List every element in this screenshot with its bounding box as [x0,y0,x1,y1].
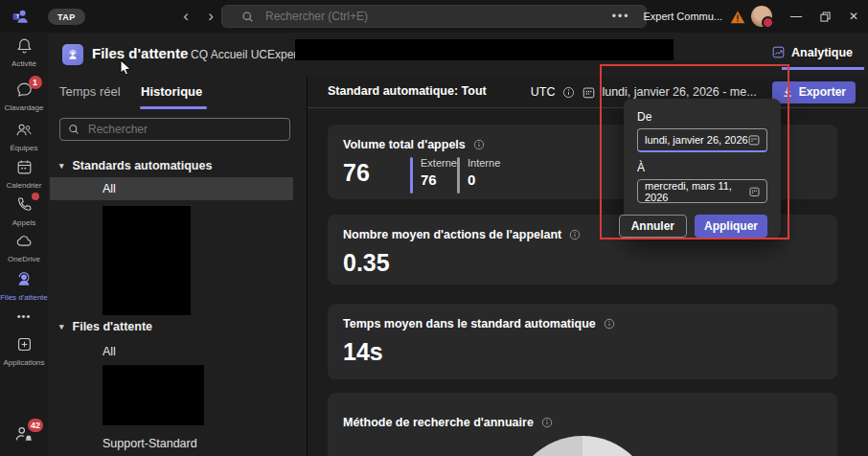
panel-search[interactable] [59,118,290,141]
people-icon [14,121,34,139]
kpi-card-search-method: Méthode de recherche d'annuaire [328,393,837,456]
calls-dot-badge [32,193,39,200]
calendar-icon [15,158,34,176]
info-icon[interactable] [604,318,615,330]
internal-bar [457,157,460,194]
chat-badge: 1 [29,76,42,89]
tree-item[interactable]: All [50,340,293,363]
kpi-value: 0.35 [343,249,822,277]
breakdown-external: Externe 76 [410,157,457,194]
tap-badge[interactable]: TAP [48,9,85,25]
analytics-main: Standard automatique: Tout UTC lundi, ja… [307,76,868,456]
tab-realtime[interactable]: Temps réel [59,84,121,99]
rail-item-calls[interactable]: Appels [0,195,48,227]
app-rail: Activité 1 Clavardage Équipes [0,33,48,456]
timezone-label: UTC [531,85,556,99]
restore-button[interactable] [811,0,839,33]
call-queues-icon [14,269,34,288]
back-arrow-icon[interactable]: ‹ [175,5,196,28]
search-icon [241,11,254,23]
call-queues-app-icon [62,44,83,65]
rail-item-call-queues[interactable]: Files d'attente [0,269,48,302]
tree-group-auto-attendants[interactable]: ▾ Standards automatiques [59,159,212,172]
to-label: À [637,161,767,174]
svg-text:T: T [16,13,20,19]
rail-item-calendar[interactable]: Calendrier [0,158,48,190]
global-search[interactable] [221,5,647,28]
rail-item-apps[interactable]: Applications [0,335,48,367]
tree-group-call-queues[interactable]: ▾ Files d'attente [59,320,152,333]
date-range-picker[interactable]: lundi, janvier 26, 2026 - me... [582,85,756,99]
cloud-icon [14,233,34,250]
download-icon [782,86,793,98]
chevron-down-icon: ▾ [59,161,64,171]
tree-item[interactable]: Support-Standard [50,432,293,455]
avatar[interactable] [751,6,772,27]
teams-logo-icon: T [11,8,29,25]
date-range-dialog: De lundi, janvier 26, 2026 À mercredi, m… [624,99,781,239]
export-button[interactable]: Exporter [772,81,856,103]
forward-arrow-icon[interactable]: › [200,5,221,28]
redaction-block [295,39,674,60]
tree-item[interactable]: All [50,177,293,200]
kpi-card-avg-time: Temps moyen dans le standard automatique… [328,304,837,379]
bell-icon [15,36,34,55]
redaction-block [103,365,204,425]
account-name[interactable]: Expert Commu... [643,11,722,22]
warning-icon[interactable] [730,10,745,24]
tab-history[interactable]: Historique [141,84,202,99]
from-date-input[interactable]: lundi, janvier 26, 2026 [637,128,767,152]
notifications-badge: 42 [28,419,43,432]
teams-window: T TAP ‹ › ••• Expert Commu... — [0,0,868,456]
analytics-chart-icon [771,45,786,59]
calendar-icon[interactable] [749,186,760,197]
redaction-block [103,206,191,315]
panel-search-input[interactable] [86,122,268,137]
chevron-down-icon: ▾ [59,322,64,331]
page-header: Files d'attente CQ Accueil UCExpert Anal… [48,33,868,76]
to-date-input[interactable]: mercredi, mars 11, 2026 [637,179,767,203]
rail-item-onedrive[interactable]: OneDrive [0,233,48,263]
from-label: De [637,110,767,124]
rail-item-activity[interactable]: Activité [0,36,48,68]
breakdown-internal: Interne 0 [457,157,500,194]
queues-side-panel: Temps réel Historique ▾ Standards automa… [48,76,307,456]
kpi-value: 14s [343,338,822,366]
rail-item-notifications[interactable]: 42 [0,423,48,448]
external-bar [410,157,413,194]
tab-analytics[interactable]: Analytique [771,45,853,59]
info-icon[interactable] [473,139,485,150]
date-range-text: lundi, janvier 26, 2026 - me... [602,85,756,99]
donut-chart [511,436,654,456]
minimize-button[interactable]: — [782,0,811,33]
title-bar: T TAP ‹ › ••• Expert Commu... — [0,0,868,33]
global-search-input[interactable] [263,9,570,24]
cancel-button[interactable]: Annuler [619,215,687,238]
info-icon[interactable] [569,229,581,240]
calendar-icon [582,86,595,99]
restore-icon [820,11,831,22]
info-icon[interactable] [541,417,553,428]
analytics-toolbar: Standard automatique: Tout UTC lundi, ja… [308,76,868,108]
apply-button[interactable]: Appliquer [695,215,767,238]
info-icon[interactable] [562,86,575,99]
page-title: Files d'attente [92,45,188,61]
apps-icon [15,335,34,353]
close-button[interactable]: ✕ [839,0,868,33]
history-tab-indicator [140,106,207,109]
phone-icon [15,195,34,214]
rail-more-icon[interactable]: ••• [0,310,48,322]
calendar-icon[interactable] [748,134,760,146]
search-icon [68,124,80,135]
titlebar-more-icon[interactable]: ••• [612,10,630,23]
analytics-tab-indicator [782,67,864,70]
rail-item-teams[interactable]: Équipes [0,121,48,152]
rail-item-chat[interactable]: 1 Clavardage [0,80,48,112]
queue-name: CQ Accueil UCExpert [191,48,301,61]
scope-label: Standard automatique: Tout [328,84,487,98]
